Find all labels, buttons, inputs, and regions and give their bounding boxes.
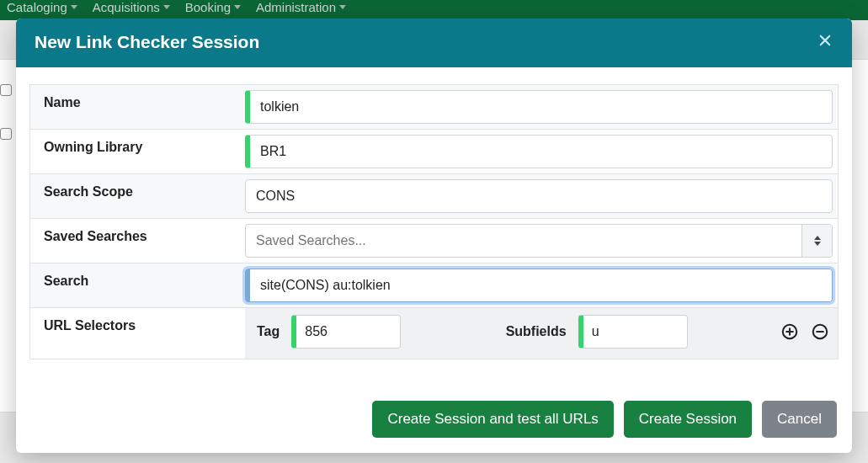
modal-footer: Create Session and test all URLs Create … [16,389,852,453]
label-tag: Tag [245,324,280,339]
nav-item-cataloging[interactable]: Cataloging [3,0,81,14]
label-name: Name [30,85,245,129]
saved-searches-input[interactable] [246,225,801,257]
row-search-scope: Search Scope [29,174,839,219]
subfields-input[interactable] [578,315,688,349]
label-subfields: Subfields [494,324,567,339]
search-scope-input[interactable] [245,179,833,213]
modal-body: Name Owning Library Search Scope Saved S… [16,67,852,389]
remove-selector-icon[interactable] [811,322,829,341]
label-owning-library: Owning Library [30,130,245,173]
search-input[interactable] [245,269,833,302]
top-nav: Cataloging Acquisitions Booking Administ… [0,0,868,20]
create-session-button[interactable]: Create Session [624,401,752,438]
modal-header: New Link Checker Session [16,19,852,67]
close-icon[interactable] [817,32,833,52]
row-name: Name [29,84,839,130]
combobox-stepper-icon[interactable] [801,225,832,257]
name-input[interactable] [245,90,833,124]
new-link-checker-modal: New Link Checker Session Name Owning Lib… [16,19,852,453]
caret-down-icon [234,5,241,9]
row-owning-library: Owning Library [29,130,839,174]
chevron-down-icon [814,242,821,246]
modal-title: New Link Checker Session [35,32,259,52]
label-search: Search [30,263,245,307]
label-search-scope: Search Scope [30,174,245,218]
add-selector-icon[interactable] [780,322,799,341]
nav-item-acquisitions[interactable]: Acquisitions [89,0,173,14]
owning-library-input[interactable] [245,135,833,168]
row-search: Search [29,263,839,308]
nav-item-label: Cataloging [7,0,67,14]
caret-down-icon [339,5,346,9]
nav-item-label: Administration [256,0,336,14]
nav-item-administration[interactable]: Administration [253,0,349,14]
label-saved-searches: Saved Searches [30,219,245,263]
nav-item-label: Acquisitions [93,0,160,14]
background-checkbox[interactable] [0,128,12,140]
row-saved-searches: Saved Searches [29,219,839,263]
nav-item-label: Booking [185,0,231,14]
cancel-button[interactable]: Cancel [762,401,837,438]
background-checkbox[interactable] [0,84,12,96]
saved-searches-combobox[interactable] [245,224,833,258]
create-session-test-urls-button[interactable]: Create Session and test all URLs [372,401,613,438]
nav-item-booking[interactable]: Booking [182,0,244,14]
label-url-selectors: URL Selectors [30,308,245,359]
tag-input[interactable] [291,315,401,349]
caret-down-icon [163,5,170,9]
caret-down-icon [71,5,77,9]
chevron-up-icon [814,236,821,240]
row-url-selectors: URL Selectors Tag Subfields [29,308,839,359]
